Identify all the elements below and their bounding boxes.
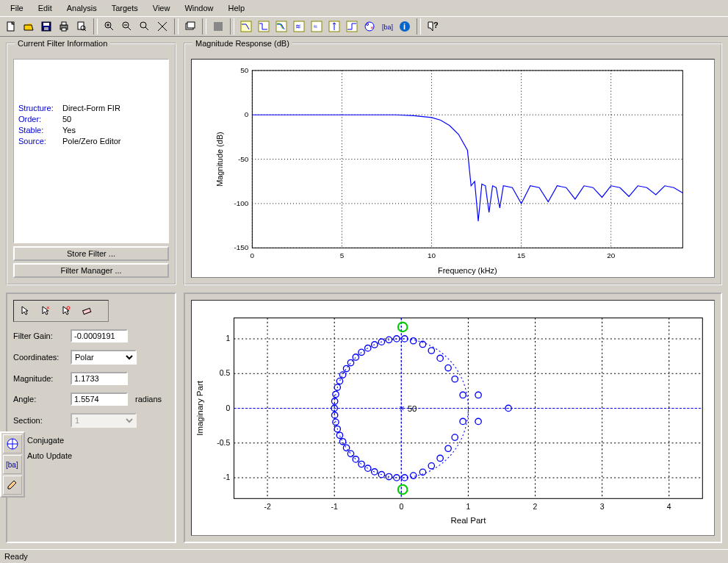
new-icon[interactable]: [3, 18, 19, 35]
pole-zero-icon[interactable]: ×: [361, 18, 378, 35]
magnitude-response-plot[interactable]: -150-100-5005005101520Frequency (kHz)Mag…: [191, 59, 715, 278]
svg-text:Frequency (kHz): Frequency (kHz): [438, 266, 497, 275]
zoom-out-icon[interactable]: [119, 18, 135, 35]
side-pz-icon[interactable]: [3, 434, 22, 453]
menu-targets[interactable]: Targets: [104, 1, 145, 15]
svg-line-9: [84, 29, 86, 31]
autoupdate-label: Auto Update: [27, 451, 72, 460]
open-icon[interactable]: [21, 18, 37, 35]
svg-text:4: 4: [667, 503, 671, 511]
svg-text:-50: -50: [238, 155, 249, 163]
menu-file[interactable]: File: [3, 1, 31, 15]
section-select: 1: [71, 413, 137, 428]
menu-analysis[interactable]: Analysis: [60, 1, 104, 15]
whats-this-icon[interactable]: ?: [425, 18, 441, 35]
new-window-icon[interactable]: [182, 18, 198, 35]
info-icon[interactable]: i: [397, 18, 413, 35]
svg-text:10: 10: [428, 251, 436, 259]
menubar: File Edit Analysis Targets View Window H…: [0, 0, 728, 16]
filter-info-title: Current Filter Information: [15, 39, 110, 48]
menu-edit[interactable]: Edit: [31, 1, 60, 15]
coefficients-icon[interactable]: [ba]: [379, 18, 395, 35]
filter-info-body: Structure:Direct-Form FIR Order:50 Stabl…: [13, 59, 169, 243]
print-preview-icon[interactable]: [73, 18, 90, 35]
svg-text:0: 0: [245, 110, 249, 118]
angle-unit: radians: [135, 395, 162, 404]
gain-label: Filter Gain:: [13, 331, 66, 340]
svg-text:Imaginary Part: Imaginary Part: [195, 380, 204, 436]
svg-text:×: ×: [46, 305, 50, 311]
fi-order-val: 50: [62, 115, 71, 123]
filter-info-panel: Current Filter Information Structure:Dir…: [6, 43, 176, 285]
main-area: Current Filter Information Structure:Dir…: [0, 37, 728, 549]
group-delay-icon[interactable]: ≋: [291, 18, 307, 35]
pz-add-pole-icon[interactable]: ×: [36, 302, 55, 320]
print-icon[interactable]: [56, 18, 72, 35]
svg-line-15: [128, 27, 131, 30]
pz-controls-panel: × Filter Gain: Coordinates: Polar Magnit…: [6, 293, 176, 543]
zoom-y-icon[interactable]: [137, 18, 153, 35]
magnitude-input[interactable]: [71, 372, 128, 385]
gain-input[interactable]: [71, 329, 128, 343]
fi-order-label: Order:: [18, 115, 62, 123]
pz-plot[interactable]: -1-0.500.51-2-101234×50Real PartImaginar…: [191, 300, 715, 536]
svg-text:≋: ≋: [295, 23, 301, 30]
fi-source-val: Pole/Zero Editor: [62, 137, 120, 146]
statusbar: Ready: [0, 549, 728, 563]
svg-text:1: 1: [226, 334, 230, 343]
pz-add-zero-icon[interactable]: [57, 302, 76, 320]
zoom-in-icon[interactable]: [101, 18, 118, 35]
svg-text:50: 50: [240, 66, 249, 74]
pz-toolbar: ×: [13, 300, 109, 322]
svg-text:-2: -2: [264, 503, 270, 511]
step-icon[interactable]: [344, 18, 360, 35]
pz-arrow-icon[interactable]: [15, 302, 35, 320]
menu-help[interactable]: Help: [221, 1, 253, 15]
svg-text:-100: -100: [234, 199, 249, 207]
mag-response-icon[interactable]: [238, 18, 254, 35]
coord-select[interactable]: Polar: [71, 350, 137, 365]
svg-point-65: [67, 306, 70, 309]
coord-label: Coordinates:: [13, 353, 66, 362]
save-icon[interactable]: [38, 18, 54, 35]
svg-text:Magnitude (dB): Magnitude (dB): [215, 132, 224, 187]
svg-text:1: 1: [466, 503, 471, 511]
store-filter-button[interactable]: Store Filter ...: [13, 246, 169, 261]
svg-rect-2: [43, 23, 49, 26]
svg-text:0: 0: [226, 404, 230, 412]
svg-text:15: 15: [517, 251, 526, 259]
fi-stable-label: Stable:: [18, 126, 62, 135]
svg-text:20: 20: [607, 251, 616, 259]
filter-manager-button[interactable]: Filter Manager ...: [13, 263, 169, 278]
svg-rect-24: [241, 21, 251, 32]
svg-text:≈: ≈: [314, 23, 317, 30]
svg-text:50: 50: [408, 404, 417, 413]
svg-point-17: [140, 22, 146, 28]
impulse-icon[interactable]: [326, 18, 342, 35]
svg-text:×: ×: [399, 404, 404, 414]
angle-input[interactable]: [71, 392, 128, 406]
svg-rect-6: [62, 28, 66, 31]
zoom-fit-icon[interactable]: [154, 18, 170, 35]
phase-response-icon[interactable]: [256, 18, 272, 35]
svg-rect-25: [259, 21, 269, 32]
side-coef-icon[interactable]: [ba]: [3, 455, 22, 474]
filter-spec-icon[interactable]: [210, 18, 226, 35]
magnitude-response-panel: Magnitude Response (dB) -150-100-5005005…: [184, 43, 722, 285]
svg-rect-22: [187, 22, 195, 28]
angle-label: Angle:: [13, 395, 66, 404]
fi-stable-val: Yes: [62, 126, 76, 135]
section-label: Section:: [13, 416, 66, 425]
phase-delay-icon[interactable]: ≈: [309, 18, 325, 35]
fi-structure-label: Structure:: [18, 104, 62, 112]
svg-text:3: 3: [600, 503, 605, 511]
status-text: Ready: [4, 552, 28, 561]
svg-rect-5: [62, 22, 66, 25]
pz-eraser-icon[interactable]: [77, 302, 96, 320]
svg-line-18: [145, 27, 148, 30]
side-edit-icon[interactable]: [3, 476, 22, 495]
menu-window[interactable]: Window: [177, 1, 220, 15]
svg-text:[ba]: [ba]: [382, 24, 393, 31]
mag-phase-icon[interactable]: [273, 18, 289, 35]
menu-view[interactable]: View: [145, 1, 178, 15]
